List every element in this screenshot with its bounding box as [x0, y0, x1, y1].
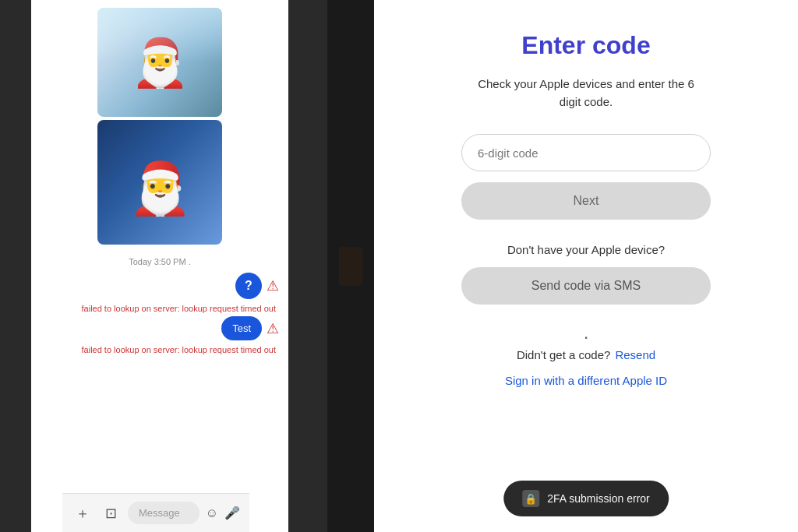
- santa-image-2: [97, 120, 222, 245]
- dot-separator: .: [584, 323, 589, 342]
- left-phone-panel: Today 3:50 PM . ? ⚠ failed to lookup on …: [0, 0, 327, 532]
- plus-icon[interactable]: ＋: [72, 502, 94, 524]
- mic-icon[interactable]: 🎤: [224, 506, 240, 520]
- chat-area: Today 3:50 PM . ? ⚠ failed to lookup on …: [31, 251, 288, 361]
- error-icon-1: ⚠: [267, 277, 279, 294]
- emoji-icon[interactable]: ☺: [206, 506, 218, 520]
- question-bubble: ?: [235, 273, 262, 299]
- middle-gap: [327, 0, 374, 532]
- resend-label: Didn't get a code?: [517, 348, 610, 361]
- lock-icon: 🔒: [522, 490, 539, 507]
- toast-error: 🔒 2FA submission error: [503, 481, 669, 516]
- error-text-1: failed to lookup on server: lookup reque…: [41, 304, 276, 313]
- next-button[interactable]: Next: [461, 182, 711, 220]
- page-title: Enter code: [521, 31, 650, 60]
- santa-image-1: [97, 8, 222, 117]
- left-phone-screen: Today 3:50 PM . ? ⚠ failed to lookup on …: [31, 0, 288, 532]
- chat-bubbles: ? ⚠ failed to lookup on server: lookup r…: [41, 273, 279, 354]
- chat-timestamp: Today 3:50 PM .: [41, 257, 279, 266]
- santa-images-area: [31, 0, 288, 245]
- toast-label: 2FA submission error: [547, 492, 650, 505]
- no-device-text: Don't have your Apple device?: [507, 243, 665, 256]
- code-input[interactable]: [461, 134, 711, 171]
- error-text-2: failed to lookup on server: lookup reque…: [41, 345, 276, 354]
- sticker-icon[interactable]: ⊡: [100, 502, 122, 524]
- bubble-row-2: Test ⚠: [41, 316, 279, 340]
- subtitle-text: Check your Apple devices and enter the 6…: [469, 76, 703, 111]
- chat-input-bar: ＋ ⊡ Message ☺ 🎤: [62, 493, 249, 532]
- resend-link[interactable]: Resend: [615, 348, 655, 361]
- resend-row: Didn't get a code? Resend: [517, 348, 655, 361]
- right-phone-panel: Enter code Check your Apple devices and …: [374, 0, 798, 532]
- test-bubble: Test: [221, 316, 262, 340]
- message-input[interactable]: Message: [128, 502, 200, 524]
- bubble-row-1: ? ⚠: [41, 273, 279, 299]
- error-icon-2: ⚠: [267, 320, 279, 337]
- sms-button[interactable]: Send code via SMS: [461, 267, 711, 305]
- different-apple-link[interactable]: Sign in with a different Apple ID: [505, 374, 667, 387]
